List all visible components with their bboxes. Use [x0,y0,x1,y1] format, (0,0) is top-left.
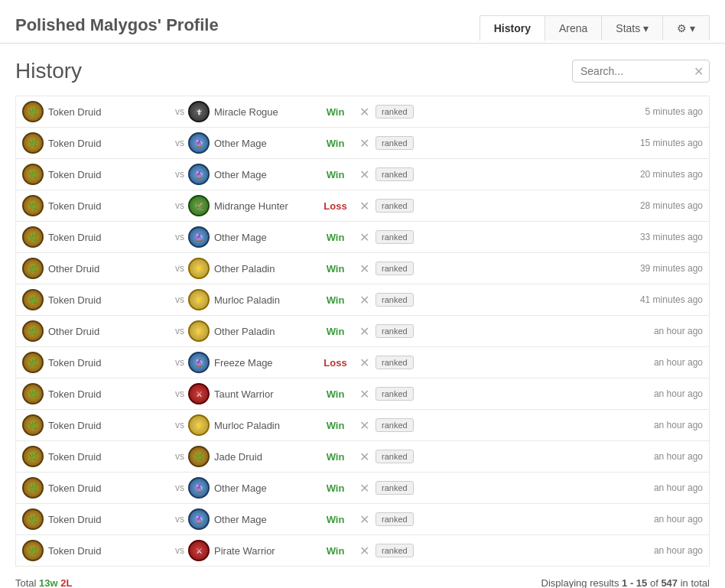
tab-gear[interactable]: ⚙ ▾ [662,15,710,41]
ranked-badge: ranked [376,230,414,244]
player-deck-name: Token Druid [48,451,101,463]
ranked-badge: ranked [376,481,414,495]
player-deck-name: Other Druid [48,326,99,337]
dismiss-icon[interactable]: ✕ [353,293,376,307]
table-row: 🌿 Token Druid vs 🏹 Midrange Hunter Loss … [15,190,710,221]
player-icon: 🌿 [22,226,44,248]
search-input[interactable] [572,60,710,83]
search-clear-icon[interactable]: ✕ [694,64,704,79]
match-timestamp: an hour ago [611,545,703,556]
dismiss-icon[interactable]: ✕ [353,199,376,213]
opponent-icon: 🔮 [188,132,210,154]
player-deck-name: Token Druid [48,388,101,400]
header: Polished Malygos' Profile History Arena … [0,0,725,44]
match-result: Win [318,263,353,275]
match-result: Win [318,294,353,306]
dismiss-icon[interactable]: ✕ [353,105,376,119]
dismiss-icon[interactable]: ✕ [353,512,376,527]
player-info: 🌿 Token Druid [22,101,171,122]
dismiss-icon[interactable]: ✕ [353,167,376,182]
opponent-icon: 🌿 [188,446,210,467]
history-title: History [15,59,82,83]
player-icon: 🌿 [22,320,44,342]
opponent-info: 🔮 Other Mage [188,508,318,530]
player-deck-name: Token Druid [48,232,101,243]
search-box: ✕ [572,60,710,83]
table-row: 🌿 Token Druid vs ⚔ Pirate Warrior Win ✕ … [15,534,710,567]
player-deck-name: Token Druid [48,420,101,431]
dismiss-icon[interactable]: ✕ [353,230,376,245]
tab-bar: History Arena Stats ▾ ⚙ ▾ [480,15,710,41]
match-timestamp: 5 minutes ago [611,106,703,117]
dismiss-icon[interactable]: ✕ [353,136,376,151]
opponent-info: 🔮 Other Mage [188,164,318,185]
ranked-badge: ranked [376,450,414,463]
opponent-info: ⚔ Taunt Warrior [188,383,318,404]
vs-label: vs [171,263,188,274]
dismiss-icon[interactable]: ✕ [353,356,376,370]
opponent-icon: 🏹 [188,195,210,216]
match-timestamp: an hour ago [611,482,703,493]
table-row: 🌿 Token Druid vs 🔮 Other Mage Win ✕ rank… [15,127,710,158]
displaying-results: Displaying results 1 - 15 of 547 in tota… [541,577,710,588]
history-header: History ✕ [15,59,710,83]
player-deck-name: Token Druid [48,514,101,525]
table-row: 🌿 Token Druid vs 🌿 Jade Druid Win ✕ rank… [15,440,710,472]
ranked-badge: ranked [376,387,414,401]
match-result: Win [318,106,353,118]
match-timestamp: 41 minutes ago [611,294,703,305]
dismiss-icon[interactable]: ✕ [353,262,376,276]
player-info: 🌿 Token Druid [22,540,171,561]
dismiss-icon[interactable]: ✕ [353,544,376,558]
vs-label: vs [171,388,188,399]
dismiss-icon[interactable]: ✕ [353,481,376,495]
total-label: Total [15,577,36,588]
opponent-deck-name: Other Mage [214,482,267,494]
tab-history[interactable]: History [480,15,545,41]
vs-label: vs [171,294,188,305]
opponent-info: 🔮 Other Mage [188,226,318,248]
opponent-icon: 🔮 [188,164,210,185]
player-icon: 🌿 [22,195,44,216]
total-losses: 2L [60,577,72,588]
player-info: 🌿 Token Druid [22,383,171,404]
dismiss-icon[interactable]: ✕ [353,450,376,464]
opponent-icon: ⚔ [188,383,210,404]
player-info: 🌿 Token Druid [22,414,171,436]
match-result: Win [318,514,353,525]
opponent-info: 🔮 Other Mage [188,132,318,154]
player-deck-name: Token Druid [48,482,101,494]
table-row: 🌿 Token Druid vs 🔮 Other Mage Win ✕ rank… [15,158,710,190]
dismiss-icon[interactable]: ✕ [353,387,376,401]
table-row: 🌿 Token Druid vs 🗡 Miracle Rogue Win ✕ r… [15,96,710,127]
tab-stats[interactable]: Stats ▾ [601,15,663,41]
dismiss-icon[interactable]: ✕ [353,418,376,433]
opponent-info: ⚡ Other Paladin [188,258,318,279]
match-timestamp: an hour ago [611,514,703,525]
match-timestamp: 15 minutes ago [611,138,703,148]
player-info: 🌿 Token Druid [22,289,171,310]
player-info: 🌿 Token Druid [22,164,171,185]
ranked-badge: ranked [376,136,414,150]
dismiss-icon[interactable]: ✕ [353,324,376,339]
tab-arena[interactable]: Arena [545,15,602,41]
ranked-badge: ranked [376,418,414,432]
match-timestamp: 33 minutes ago [611,232,703,242]
opponent-icon: ⚡ [188,289,210,310]
page-wrapper: Polished Malygos' Profile History Arena … [0,0,725,588]
player-icon: 🌿 [22,164,44,185]
opponent-icon: 🔮 [188,508,210,530]
player-deck-name: Token Druid [48,106,101,118]
player-info: 🌿 Token Druid [22,352,171,373]
match-timestamp: an hour ago [611,388,703,399]
table-row: 🌿 Token Druid vs ⚔ Taunt Warrior Win ✕ r… [15,378,710,409]
ranked-badge: ranked [376,262,414,275]
ranked-badge: ranked [376,105,414,119]
match-result: Win [318,420,353,431]
opponent-icon: 🔮 [188,352,210,373]
vs-label: vs [171,106,188,117]
ranked-badge: ranked [376,324,414,338]
opponent-deck-name: Freeze Mage [214,357,273,369]
opponent-info: ⚡ Other Paladin [188,320,318,342]
table-row: 🌿 Other Druid vs ⚡ Other Paladin Win ✕ r… [15,252,710,284]
